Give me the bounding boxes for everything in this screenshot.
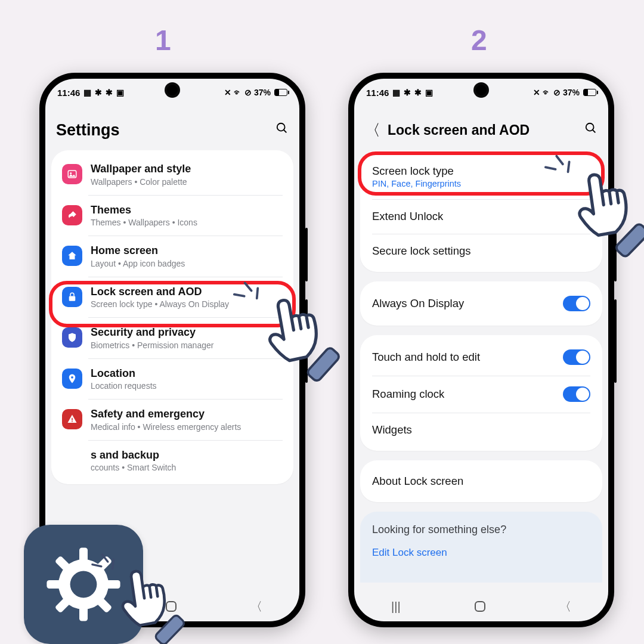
battery-icon	[583, 89, 596, 96]
settings-row[interactable]: Safety and emergency Medical info • Wire…	[51, 399, 293, 440]
nav-recents[interactable]: |||	[391, 600, 401, 614]
nav-back[interactable]: 〈	[250, 599, 262, 615]
key-icon: ✱	[106, 88, 113, 97]
settings-row-sub: Medical info • Wireless emergency alerts	[91, 422, 283, 432]
nav-home[interactable]	[475, 601, 485, 612]
settings-row-title: Always On Display	[372, 297, 464, 310]
settings-row[interactable]: Home screen Layout • App icon badges	[51, 236, 293, 277]
svg-point-5	[71, 376, 73, 379]
svg-point-3	[70, 172, 72, 174]
page-header: 〈 Lock screen and AOD	[354, 112, 608, 148]
mute-icon: ✕	[533, 88, 540, 97]
settings-row-sub: Wallpapers • Color palette	[91, 177, 283, 187]
calendar-icon: ▦	[392, 88, 400, 97]
settings-row[interactable]: Widgets	[360, 413, 602, 447]
status-bar: 11:46 ▦ ✱ ✱ ▣ ✕ ᯤ ⊘ 37%	[354, 79, 608, 106]
svg-point-8	[586, 123, 594, 131]
settings-row-title: About Lock screen	[372, 475, 463, 488]
no-data-icon: ⊘	[244, 88, 252, 97]
image-icon	[62, 164, 82, 184]
svg-point-19	[70, 571, 97, 598]
svg-line-1	[284, 130, 287, 133]
settings-row[interactable]: Always On Display	[360, 285, 602, 322]
settings-row-sub: ccounts • Smart Switch	[91, 463, 283, 472]
shield-icon	[62, 327, 82, 348]
status-bar: 11:46 ▦ ✱ ✱ ▣ ✕ ᯤ ⊘ 37%	[45, 79, 299, 106]
footer-card: Looking for something else? Edit Lock sc…	[360, 512, 602, 583]
settings-row[interactable]: Wallpaper and style Wallpapers • Color p…	[51, 154, 293, 195]
settings-row-title: Screen lock type	[372, 165, 461, 178]
settings-row[interactable]: Touch and hold to edit	[360, 339, 602, 376]
settings-row-title: Themes	[91, 203, 283, 217]
no-data-icon: ⊘	[553, 88, 561, 97]
key-icon: ✱	[95, 88, 102, 97]
settings-row-sub: Screen lock type • Always On Display	[91, 299, 283, 309]
settings-row-sub: Location requests	[91, 381, 283, 391]
settings-row-title: Secure lock settings	[372, 244, 471, 258]
footer-link[interactable]: Edit Lock screen	[372, 547, 590, 559]
settings-app-icon[interactable]	[24, 525, 143, 644]
phone-mockup: 11:46 ▦ ✱ ✱ ▣ ✕ ᯤ ⊘ 37% 〈 Lock screen an…	[348, 73, 614, 627]
image-icon: ▣	[425, 88, 433, 97]
footer-question: Looking for something else?	[372, 524, 590, 536]
settings-row-title: Location	[91, 367, 283, 380]
battery-icon	[274, 89, 287, 96]
search-icon[interactable]	[584, 122, 597, 138]
settings-row-sub: PIN, Face, Fingerprints	[372, 179, 461, 188]
settings-row[interactable]: Lock screen and AOD Screen lock type • A…	[51, 277, 293, 318]
svg-rect-11	[79, 547, 88, 562]
page-title: Lock screen and AOD	[388, 122, 584, 138]
settings-row-title: s and backup	[91, 448, 283, 462]
svg-rect-6	[72, 418, 73, 421]
lock-icon	[62, 287, 82, 307]
svg-point-0	[277, 123, 285, 131]
battery-text: 37%	[563, 88, 580, 97]
settings-row-title: Lock screen and AOD	[91, 285, 283, 299]
settings-row-title: Touch and hold to edit	[372, 351, 480, 364]
key-icon: ✱	[404, 88, 411, 97]
back-icon[interactable]: 〈	[365, 120, 382, 141]
image-icon: ▣	[116, 88, 124, 97]
settings-row-title: Roaming clock	[372, 388, 444, 401]
settings-row[interactable]: Themes Themes • Wallpapers • Icons	[51, 195, 293, 236]
toggle-switch[interactable]	[563, 296, 590, 311]
svg-rect-14	[105, 580, 120, 589]
settings-row[interactable]: Secure lock settings	[360, 234, 602, 268]
nav-home[interactable]	[166, 601, 177, 612]
blank-icon	[62, 450, 82, 470]
svg-rect-7	[72, 421, 73, 422]
settings-row[interactable]: About Lock screen	[360, 464, 602, 499]
settings-row-sub: Layout • App icon badges	[91, 259, 283, 268]
key-icon: ✱	[414, 88, 422, 97]
settings-row-title: Home screen	[91, 244, 283, 258]
settings-row[interactable]: Location Location requests	[51, 358, 293, 400]
nav-back[interactable]: 〈	[559, 599, 571, 615]
status-clock: 11:46	[57, 88, 80, 98]
mute-icon: ✕	[224, 88, 231, 97]
status-clock: 11:46	[366, 88, 389, 98]
svg-line-9	[593, 130, 596, 133]
search-icon[interactable]	[275, 122, 289, 138]
pin-icon	[62, 369, 82, 389]
brush-icon	[62, 205, 82, 225]
alert-icon	[62, 409, 82, 429]
page-title: Settings	[56, 121, 275, 140]
gear-icon	[42, 543, 125, 626]
step-number: 1	[155, 24, 171, 57]
settings-row-title: Security and privacy	[91, 326, 283, 339]
settings-row[interactable]: Screen lock type PIN, Face, Fingerprints	[360, 154, 602, 199]
toggle-switch[interactable]	[563, 386, 590, 402]
wifi-icon: ᯤ	[543, 88, 551, 97]
step-number: 2	[471, 24, 487, 57]
settings-row[interactable]: Roaming clock	[360, 376, 602, 413]
settings-row[interactable]: Extend Unlock	[360, 199, 602, 234]
svg-rect-12	[79, 606, 88, 621]
page-header: Settings	[45, 112, 299, 148]
settings-row-sub: Biometrics • Permission manager	[91, 340, 283, 350]
toggle-switch[interactable]	[563, 349, 590, 365]
settings-row-sub: Themes • Wallpapers • Icons	[91, 218, 283, 227]
wifi-icon: ᯤ	[234, 88, 242, 97]
settings-row-title: Safety and emergency	[91, 407, 283, 421]
settings-row[interactable]: Security and privacy Biometrics • Permis…	[51, 317, 293, 358]
settings-row[interactable]: s and backup ccounts • Smart Switch	[51, 440, 293, 481]
